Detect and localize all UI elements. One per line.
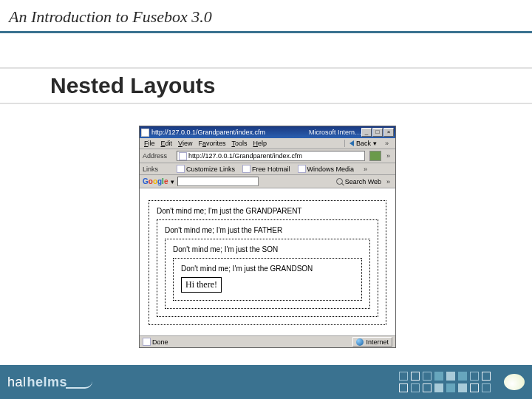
link-hotmail[interactable]: Free Hotmail [242,165,290,173]
menu-edit[interactable]: Edit [161,140,173,147]
address-label: Address [143,152,174,160]
window-controls: _ □ × [361,128,394,137]
back-dropdown-icon[interactable]: ▾ [373,140,377,147]
footer-square-grid [399,372,491,392]
go-button[interactable] [369,151,381,161]
google-logo: Google [143,177,168,185]
box-grandson: Don't mind me; I'm just the GRANDSON Hi … [173,258,362,301]
globe-icon [356,338,364,346]
menu-favorites[interactable]: Favorites [198,140,225,147]
ie-icon [141,129,149,137]
minimize-button[interactable]: _ [361,128,372,137]
links-bar: Links Customize Links Free Hotmail Windo… [140,163,395,175]
status-bar: Done Internet [140,335,395,347]
browser-window: http://127.0.0.1/Grandparent/index.cfm M… [139,126,396,348]
address-overflow-icon[interactable]: » [384,152,392,160]
menu-tools[interactable]: Tools [231,140,247,147]
halhelms-logo: halhelms [7,375,92,390]
presentation-title: An Introduction to Fusebox 3.0 [0,0,532,31]
links-overflow-icon[interactable]: » [361,166,369,173]
header-divider [0,31,532,33]
google-toolbar: Google ▾ Search Web » [140,175,395,188]
zone-label: Internet [366,338,389,346]
page-icon [179,152,187,160]
slide-title: Nested Layouts [50,73,532,98]
logo-swoosh-icon [66,381,92,389]
google-overflow-icon[interactable]: » [384,178,392,185]
slide-footer: halhelms [0,365,532,399]
titlebar-appname: Microsoft Intern… [309,129,361,136]
label-father: Don't mind me; I'm just the FATHER [165,226,370,234]
status-text: Done [152,338,168,346]
address-value: http://127.0.0.1/Grandparent/index.cfm [188,152,302,160]
browser-viewport: Don't mind me; I'm just the GRANDPARENT … [140,188,395,335]
box-father: Don't mind me; I'm just the FATHER Don't… [157,219,378,317]
page-status-icon [143,338,151,346]
link-customize[interactable]: Customize Links [177,165,235,173]
search-web-button[interactable]: Search Web [336,178,381,185]
google-search-input[interactable] [177,177,259,186]
logo-hal: hal [7,375,27,390]
link-icon [298,165,306,173]
status-zone: Internet [352,337,392,347]
search-web-label: Search Web [345,178,381,185]
browser-titlebar: http://127.0.0.1/Grandparent/index.cfm M… [140,126,395,138]
back-button[interactable]: Back ▾ [344,140,377,147]
menu-file[interactable]: File [144,140,155,147]
back-label: Back [356,140,371,147]
back-arrow-icon [349,140,354,146]
label-grandson: Don't mind me; I'm just the GRANDSON [181,265,354,273]
menu-help[interactable]: Help [253,140,267,147]
close-button[interactable]: × [383,128,394,137]
toolbar-overflow-icon[interactable]: » [383,140,391,147]
label-grandparent: Don't mind me; I'm just the GRANDPARENT [157,207,378,215]
link-icon [177,165,185,173]
subtitle-band: Nested Layouts [0,67,532,104]
links-label: Links [143,166,174,173]
menubar: File Edit View Favorites Tools Help Back… [140,138,395,149]
logo-helms: helms [27,375,68,390]
titlebar-url: http://127.0.0.1/Grandparent/index.cfm [151,129,306,136]
link-icon [242,165,250,173]
content-box: Hi there! [181,277,222,293]
cloud-icon [504,374,525,390]
link-windows-media[interactable]: Windows Media [298,165,355,173]
maximize-button[interactable]: □ [372,128,383,137]
search-icon [336,178,343,185]
google-dropdown-icon[interactable]: ▾ [171,178,174,185]
address-bar: Address http://127.0.0.1/Grandparent/ind… [140,149,395,163]
box-son: Don't mind me; I'm just the SON Don't mi… [165,239,370,309]
label-son: Don't mind me; I'm just the SON [173,245,362,253]
menu-view[interactable]: View [178,140,192,147]
box-grandparent: Don't mind me; I'm just the GRANDPARENT … [149,200,386,325]
address-input[interactable]: http://127.0.0.1/Grandparent/index.cfm [177,151,365,161]
